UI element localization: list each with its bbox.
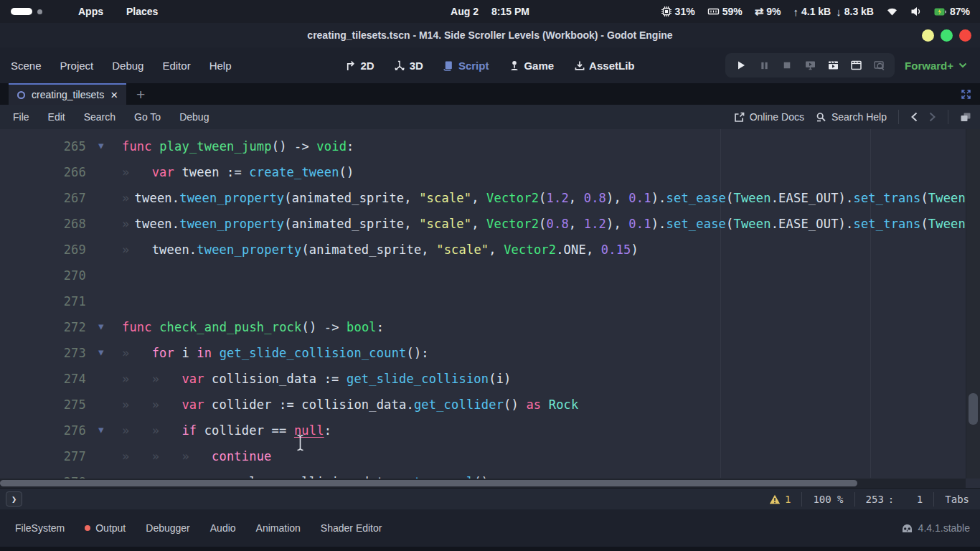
pause-button[interactable]: [755, 57, 773, 74]
code-token: ():: [407, 346, 429, 360]
clock[interactable]: Aug 2 8:15 PM: [451, 6, 529, 17]
workspace-script[interactable]: Script: [438, 56, 494, 75]
play-scene-button[interactable]: [824, 57, 842, 74]
code-line[interactable]: 266»var tween := create_tween(): [0, 159, 966, 185]
places-menu[interactable]: Places: [115, 6, 169, 17]
code-token: (animated_sprite,: [284, 191, 419, 205]
menu-debug[interactable]: Debug: [105, 55, 150, 76]
tab-indent-marker: »: [122, 242, 152, 257]
menu-editor[interactable]: Editor: [156, 55, 197, 76]
divider: [948, 110, 948, 124]
history-back-icon[interactable]: [910, 112, 918, 122]
code-token: var: [152, 165, 174, 179]
code-token: bool: [347, 320, 377, 334]
online-docs-button[interactable]: Online Docs: [734, 111, 804, 123]
play-custom-scene-button[interactable]: [847, 57, 864, 74]
horizontal-scrollbar-handle[interactable]: [0, 480, 857, 486]
workspace-game[interactable]: Game: [504, 56, 559, 75]
menu-help[interactable]: Help: [203, 55, 238, 76]
horizontal-scrollbar[interactable]: [0, 479, 966, 488]
download-arrow-icon: ↓: [836, 6, 842, 18]
close-window-button[interactable]: [959, 29, 971, 42]
wifi-indicator[interactable]: [886, 6, 898, 17]
fold-arrow-icon[interactable]: ▾: [98, 423, 104, 436]
code-line[interactable]: 272▾func check_and_push_rock() -> bool:: [0, 314, 966, 340]
battery-indicator[interactable]: 87%: [934, 6, 970, 17]
menu-scene[interactable]: Scene: [4, 55, 48, 76]
volume-indicator[interactable]: [910, 6, 922, 17]
panel-shader-editor[interactable]: Shader Editor: [311, 518, 392, 538]
panel-audio[interactable]: Audio: [201, 518, 245, 538]
tab-creating-tilesets[interactable]: creating_tilesets ×: [9, 83, 126, 105]
activities-button[interactable]: [11, 8, 42, 15]
workspace-assetlib[interactable]: AssetLib: [569, 56, 639, 75]
tab-close-icon[interactable]: ×: [110, 89, 118, 101]
code-line[interactable]: 273▾»for i in get_slide_collision_count(…: [0, 340, 966, 366]
vertical-scrollbar[interactable]: [966, 129, 980, 479]
panel-filesystem[interactable]: FileSystem: [6, 518, 74, 538]
play-remote-button[interactable]: [801, 57, 819, 74]
upload-arrow-icon: ↑: [793, 6, 798, 18]
expand-editor-icon[interactable]: [961, 89, 971, 100]
fold-arrow-icon[interactable]: ▾: [98, 320, 104, 333]
renderer-dropdown[interactable]: Forward+: [905, 60, 970, 72]
caret-separator: :: [888, 494, 894, 505]
panel-debugger[interactable]: Debugger: [136, 518, 199, 538]
divider: [898, 110, 899, 124]
code-token: get_collider: [414, 397, 504, 412]
net-up-indicator[interactable]: ↑ 4.1 kB: [793, 6, 831, 18]
cpu-indicator[interactable]: 31%: [661, 6, 695, 17]
menu-search[interactable]: Search: [77, 108, 123, 126]
line-number: 276: [0, 423, 86, 438]
code-token: func: [122, 320, 152, 334]
panel-output[interactable]: Output: [75, 518, 135, 538]
code-line[interactable]: 269»tween.tween_property(animated_sprite…: [0, 237, 966, 263]
stop-button[interactable]: [778, 57, 796, 74]
code-line[interactable]: 275»»var collider := collision_data.get_…: [0, 392, 966, 418]
editor-status-bar: ❯ 1 100 % 253 : 1 Tabs: [0, 488, 980, 509]
workspace-3d[interactable]: 3D: [390, 56, 428, 75]
code-line[interactable]: 267»tween.tween_property(animated_sprite…: [0, 185, 966, 211]
swap-indicator[interactable]: ⇄ 9%: [755, 5, 781, 18]
new-tab-button[interactable]: +: [136, 87, 145, 102]
menu-goto[interactable]: Go To: [127, 108, 168, 126]
panel-animation[interactable]: Animation: [247, 518, 310, 538]
tab-indent-marker: »: [152, 449, 182, 463]
net-down-indicator[interactable]: ↓ 8.3 kB: [836, 6, 874, 18]
memory-indicator[interactable]: 59%: [707, 6, 743, 17]
minimize-button[interactable]: [922, 29, 934, 42]
menu-edit[interactable]: Edit: [41, 108, 72, 126]
code-line[interactable]: 274»»var collision_data := get_slide_col…: [0, 366, 966, 392]
indent-type[interactable]: Tabs: [934, 489, 980, 509]
code-line[interactable]: 268»tween.tween_property(animated_sprite…: [0, 211, 966, 237]
movie-maker-button[interactable]: [870, 57, 887, 74]
code-token: collision_data :=: [204, 372, 347, 386]
toggle-scripts-panel-button[interactable]: ❯: [6, 491, 22, 507]
warnings-indicator[interactable]: 1: [758, 489, 801, 509]
play-button[interactable]: [732, 57, 750, 74]
zoom-level[interactable]: 100 %: [802, 489, 854, 509]
vertical-scrollbar-handle[interactable]: [969, 393, 978, 425]
search-help-icon: [816, 112, 826, 123]
menu-script-debug[interactable]: Debug: [172, 108, 216, 126]
code-line[interactable]: 276▾»»if collider == null:: [0, 418, 966, 443]
menu-project[interactable]: Project: [54, 55, 100, 76]
search-help-button[interactable]: Search Help: [816, 111, 887, 123]
workspace-game-label: Game: [524, 60, 554, 72]
line-number: 268: [0, 217, 86, 231]
caret-position[interactable]: 253 : 1: [855, 489, 934, 509]
maximize-button[interactable]: [941, 29, 953, 42]
code-line[interactable]: 277»»»continue: [0, 443, 966, 469]
history-forward-icon[interactable]: [928, 112, 936, 122]
code-token: var: [182, 397, 204, 412]
code-line[interactable]: 270: [0, 263, 966, 288]
scripts-panel-icon[interactable]: [960, 112, 971, 123]
fold-arrow-icon[interactable]: ▾: [98, 139, 104, 152]
fold-arrow-icon[interactable]: ▾: [98, 346, 104, 359]
code-editor[interactable]: 265▾func play_tween_jump() -> void:266»v…: [0, 129, 980, 488]
code-line[interactable]: 265▾func play_tween_jump() -> void:: [0, 133, 966, 159]
workspace-2d[interactable]: 2D: [341, 56, 380, 75]
code-line[interactable]: 271: [0, 288, 966, 314]
menu-file[interactable]: File: [6, 108, 37, 126]
apps-menu[interactable]: Apps: [67, 6, 115, 17]
